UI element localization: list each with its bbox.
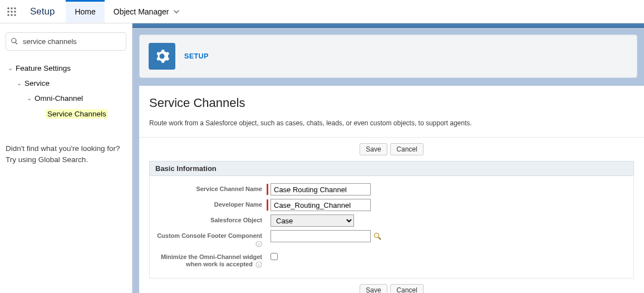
quick-find-container bbox=[6, 32, 126, 51]
row-custom-footer: Custom Console Footer Component i bbox=[150, 228, 633, 250]
svg-point-1 bbox=[11, 7, 13, 9]
save-button[interactable]: Save bbox=[360, 143, 387, 155]
form-body: Service Channel Name Developer Name bbox=[149, 176, 634, 279]
page-description: Route work from a Salesforce object, suc… bbox=[139, 119, 644, 137]
tab-object-manager[interactable]: Object Manager bbox=[105, 0, 189, 23]
row-minimize-widget: Minimize the Omni-Channel widget when wo… bbox=[150, 250, 633, 271]
svg-point-6 bbox=[7, 14, 9, 16]
chevron-down-icon bbox=[173, 8, 180, 15]
help-icon[interactable]: i bbox=[255, 261, 262, 268]
tree-feature-settings[interactable]: ⌄ Feature Settings bbox=[6, 61, 126, 76]
help-icon[interactable]: i bbox=[255, 241, 262, 247]
row-developer-name: Developer Name bbox=[150, 197, 633, 213]
svg-point-5 bbox=[14, 11, 16, 13]
bottom-button-row: Save Cancel bbox=[149, 279, 634, 293]
content-card: Service Channels Route work from a Sales… bbox=[139, 86, 644, 293]
label-salesforce-object: Salesforce Object bbox=[150, 214, 267, 224]
section-basic-information: Basic Information bbox=[149, 161, 634, 176]
caret-down-icon: ⌄ bbox=[26, 95, 32, 102]
global-search-hint: Didn't find what you're looking for? Try… bbox=[6, 143, 126, 165]
top-button-row: Save Cancel bbox=[149, 138, 634, 161]
save-button-bottom[interactable]: Save bbox=[360, 284, 387, 293]
tree-label: Service bbox=[24, 79, 50, 87]
form-area: Save Cancel Basic Information Service Ch… bbox=[139, 137, 644, 293]
tree-label: Omni-Channel bbox=[35, 94, 83, 102]
tree-label: Feature Settings bbox=[16, 64, 71, 72]
svg-point-3 bbox=[7, 11, 9, 13]
svg-point-2 bbox=[14, 7, 16, 9]
page-title: Service Channels bbox=[139, 96, 644, 119]
caret-down-icon: ⌄ bbox=[7, 65, 13, 72]
label-service-channel-name: Service Channel Name bbox=[150, 183, 267, 193]
label-minimize-widget: Minimize the Omni-Channel widget when wo… bbox=[150, 251, 267, 269]
app-launcher-button[interactable] bbox=[0, 0, 23, 23]
main-content: SETUP Service Channels Route work from a… bbox=[132, 23, 644, 293]
required-indicator bbox=[267, 199, 268, 211]
tab-home[interactable]: Home bbox=[66, 0, 104, 23]
label-custom-footer: Custom Console Footer Component i bbox=[150, 230, 267, 248]
waffle-icon bbox=[7, 7, 17, 17]
setup-tree: ⌄ Feature Settings ⌄ Service ⌄ Omni-Chan… bbox=[6, 61, 126, 122]
app-name-label: Setup bbox=[23, 0, 66, 23]
row-salesforce-object: Salesforce Object Case bbox=[150, 213, 633, 228]
checkbox-minimize-widget[interactable] bbox=[271, 253, 278, 260]
input-service-channel-name[interactable] bbox=[271, 183, 371, 196]
search-icon bbox=[11, 37, 18, 45]
setup-gear-tile bbox=[149, 43, 175, 70]
tree-omni-channel[interactable]: ⌄ Omni-Channel bbox=[6, 91, 126, 106]
tree-service[interactable]: ⌄ Service bbox=[6, 76, 126, 91]
svg-point-4 bbox=[11, 11, 13, 13]
svg-line-12 bbox=[378, 237, 381, 240]
required-indicator bbox=[267, 184, 268, 195]
select-salesforce-object[interactable]: Case bbox=[271, 214, 354, 227]
caret-down-icon: ⌄ bbox=[16, 80, 22, 87]
svg-point-0 bbox=[7, 7, 9, 9]
setup-sidebar: ⌄ Feature Settings ⌄ Service ⌄ Omni-Chan… bbox=[0, 23, 132, 293]
input-custom-footer[interactable] bbox=[271, 230, 371, 242]
gear-icon bbox=[154, 48, 170, 64]
input-developer-name[interactable] bbox=[271, 199, 371, 211]
hint-line-2: Try using Global Search. bbox=[6, 154, 126, 165]
lookup-icon[interactable] bbox=[373, 232, 382, 241]
label-developer-name: Developer Name bbox=[150, 199, 267, 209]
tree-label-highlighted: Service Channels bbox=[46, 109, 108, 119]
tree-service-channels[interactable]: Service Channels bbox=[6, 106, 126, 122]
page-header-eyebrow: SETUP bbox=[184, 52, 209, 60]
cancel-button-bottom[interactable]: Cancel bbox=[390, 284, 423, 293]
page-header: SETUP bbox=[139, 35, 637, 78]
svg-point-7 bbox=[11, 14, 13, 16]
global-header: Setup Home Object Manager bbox=[0, 0, 644, 23]
quick-find-input[interactable] bbox=[6, 32, 126, 51]
svg-text:i: i bbox=[258, 242, 259, 247]
decorative-strip bbox=[132, 23, 644, 28]
svg-point-11 bbox=[375, 233, 379, 238]
row-service-channel-name: Service Channel Name bbox=[150, 182, 633, 197]
hint-line-1: Didn't find what you're looking for? bbox=[6, 143, 126, 154]
tab-object-manager-label: Object Manager bbox=[114, 7, 169, 16]
cancel-button[interactable]: Cancel bbox=[390, 143, 423, 155]
svg-point-8 bbox=[14, 14, 16, 16]
svg-text:i: i bbox=[258, 262, 259, 267]
